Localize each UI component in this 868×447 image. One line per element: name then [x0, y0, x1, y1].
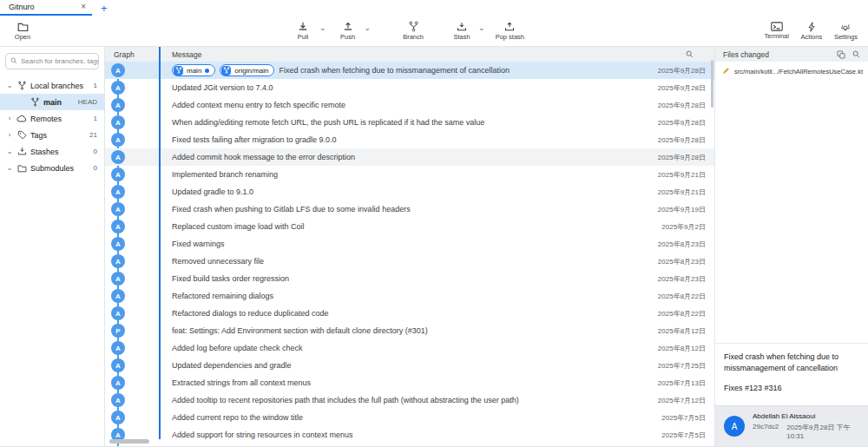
commit-row[interactable]: AWhen adding/editing remote fetch URL, t… [105, 114, 714, 131]
commit-row[interactable]: ARefactored remaining dialogs2025年8月22日 [105, 287, 714, 305]
lightning-icon [807, 22, 816, 32]
commit-author-avatar: A [111, 168, 125, 181]
graph-cell: P [105, 324, 160, 338]
settings-button[interactable]: Settings [834, 22, 858, 41]
chevron-icon[interactable]: ⌄ [6, 82, 13, 89]
branch-button[interactable]: Branch [402, 21, 424, 41]
branch-icon [30, 97, 40, 107]
changed-file-row[interactable]: src/main/kotli.../FetchAllRemotesUseCase… [715, 62, 868, 82]
log-search-icon[interactable] [686, 50, 694, 58]
vertical-scrollbar[interactable] [711, 60, 713, 108]
commit-date: 2025年7月5日 [635, 413, 714, 423]
diff-view-icon[interactable] [837, 50, 845, 59]
commit-message-cell: Added support for string resources in co… [160, 431, 635, 439]
commit-message-cell: Updated dependencies and gradle [160, 361, 635, 370]
horizontal-scrollbar[interactable] [109, 439, 149, 444]
commit-row[interactable]: AUpdated dependencies and gradle2025年7月2… [105, 357, 714, 374]
graph-cell: A [105, 150, 160, 164]
tracking-dot-icon [205, 69, 209, 73]
tab-gitnuro[interactable]: Gitnuro × [0, 0, 92, 16]
branch-badge-main[interactable]: main [172, 64, 215, 76]
commit-message-detail: Fixed crash when fetching due to missman… [715, 343, 868, 405]
commit-message-text: Updated dependencies and gradle [172, 361, 292, 370]
commit-date: 2025年7月13日 [635, 378, 714, 388]
commit-row[interactable]: Amainorigin/mainFixed crash when fetchin… [105, 62, 714, 79]
chevron-icon[interactable]: ⌄ [6, 148, 13, 155]
graph-cell: A [105, 306, 160, 320]
close-icon[interactable]: × [81, 3, 86, 11]
commit-author-avatar: A [111, 306, 125, 320]
commit-row[interactable]: AUpdated gradle to 9.1.02025年9月21日 [105, 183, 714, 200]
commit-message-text: Updated gradle to 9.1.0 [172, 187, 253, 196]
commit-row[interactable]: AAdded support for string resources in c… [105, 426, 714, 444]
commit-message-cell: Fixed build tasks order regression [160, 274, 635, 283]
commit-date: 2025年8月22日 [635, 292, 714, 301]
commit-date: 2025年9月21日 [635, 170, 714, 180]
commit-row[interactable]: AFixed build tasks order regression2025年… [105, 270, 714, 287]
commit-row[interactable]: AAdded current repo to the window title2… [105, 409, 714, 426]
badge-label: main [187, 67, 201, 75]
commit-row[interactable]: AFixed warnings2025年8月23日 [105, 235, 714, 253]
chevron-icon[interactable]: ⌄ [6, 164, 13, 172]
stash-button[interactable]: Stash [450, 22, 473, 41]
branch-badge-origin-main[interactable]: origin/main [220, 64, 274, 76]
pop-stash-icon [504, 22, 515, 32]
commit-row[interactable]: AAdded commit hook message to the error … [105, 148, 714, 166]
terminal-button[interactable]: Terminal [765, 22, 789, 41]
commit-row[interactable]: AExtracted strings from all context menu… [105, 374, 714, 391]
pull-dropdown-chevron-icon[interactable]: ⌄ [319, 23, 326, 32]
head-badge: HEAD [78, 98, 97, 106]
sidebar-item-stashes[interactable]: ⌄Stashes0 [0, 143, 104, 160]
commit-row[interactable]: Pfeat: Settings: Add Environment section… [105, 322, 714, 339]
commit-row[interactable]: ARemoved unnecessary file2025年8月23日 [105, 253, 714, 270]
commit-message-cell: Added current repo to the window title [160, 413, 635, 422]
pop-stash-button[interactable]: Pop stash [496, 22, 524, 41]
edit-pencil-icon [722, 67, 730, 76]
sidebar-item-main[interactable]: mainHEAD [0, 94, 104, 110]
commit-row[interactable]: AAdded tooltip to recent repositories pa… [105, 391, 714, 409]
graph-cell: A [105, 393, 160, 407]
open-button[interactable]: Open [11, 22, 34, 41]
sidebar-item-local-branches[interactable]: ⌄Local branches1 [0, 77, 104, 94]
files-search-icon[interactable] [852, 50, 860, 58]
badge-label: origin/main [234, 67, 268, 75]
stash-dropdown-chevron-icon[interactable]: ⌄ [478, 23, 485, 32]
commit-message-text: feat: Settings: Add Environment section … [172, 326, 428, 335]
chevron-icon[interactable]: › [6, 131, 13, 139]
commit-row[interactable]: AUpdated JGit version to 7.4.02025年9月28日 [105, 79, 714, 96]
new-tab-button[interactable]: + [92, 0, 116, 16]
sidebar-item-submodules[interactable]: ⌄Submodules0 [0, 160, 104, 176]
sidebar-item-remotes[interactable]: ›Remotes1 [0, 110, 104, 127]
commit-row[interactable]: AAdded context menu entry to fetch speci… [105, 96, 714, 114]
commit-date: 2025年7月25日 [635, 361, 714, 371]
files-changed-title: Files changed [723, 50, 830, 59]
commit-message-cell: Replaced custom image load with Coil [160, 222, 635, 231]
actions-button[interactable]: Actions [800, 22, 823, 41]
commit-message-text: Refactored remaining dialogs [172, 292, 273, 300]
graph-cell: A [105, 411, 160, 424]
commit-row[interactable]: AFixed crash when pushing to Gitlab LFS … [105, 200, 714, 218]
commit-row[interactable]: AFixed tests failing after migration to … [105, 131, 714, 148]
commit-message-text: Fixed crash when fetching due to missman… [724, 352, 859, 373]
commit-date: 2025年8月22日 [635, 309, 714, 319]
sidebar-item-tags[interactable]: ›Tags21 [0, 127, 104, 143]
commit-date: 2025年7月12日 [635, 396, 714, 405]
commit-message-cell: Added tooltip to recent repositories pat… [160, 396, 635, 404]
branch-icon [408, 21, 419, 32]
commit-date: 2025年9月19日 [635, 205, 714, 214]
commit-row[interactable]: AImplemented branch renaming2025年9月21日 [105, 166, 714, 183]
commit-row[interactable]: AReplaced custom image load with Coil202… [105, 218, 714, 235]
commit-row[interactable]: AAdded log before update check check2025… [105, 339, 714, 357]
item-count: 1 [94, 82, 97, 89]
push-button[interactable]: Push [337, 22, 359, 41]
commit-row[interactable]: ARefactored dialogs to reduce duplicated… [105, 305, 714, 322]
commit-message-cell: Fixed warnings [160, 240, 635, 248]
commit-hash[interactable]: 29c7dc2 [753, 423, 779, 440]
search-input[interactable]: Search for branches, tags ... [5, 53, 99, 69]
commit-date: 2025年8月12日 [635, 326, 714, 336]
commit-date: 2025年9月28日 [635, 118, 714, 128]
push-dropdown-chevron-icon[interactable]: ⌄ [365, 23, 372, 32]
author-name: Abdellah El Aissaoui [753, 412, 859, 420]
chevron-icon[interactable]: › [6, 115, 13, 122]
pull-button[interactable]: Pull [292, 22, 314, 41]
